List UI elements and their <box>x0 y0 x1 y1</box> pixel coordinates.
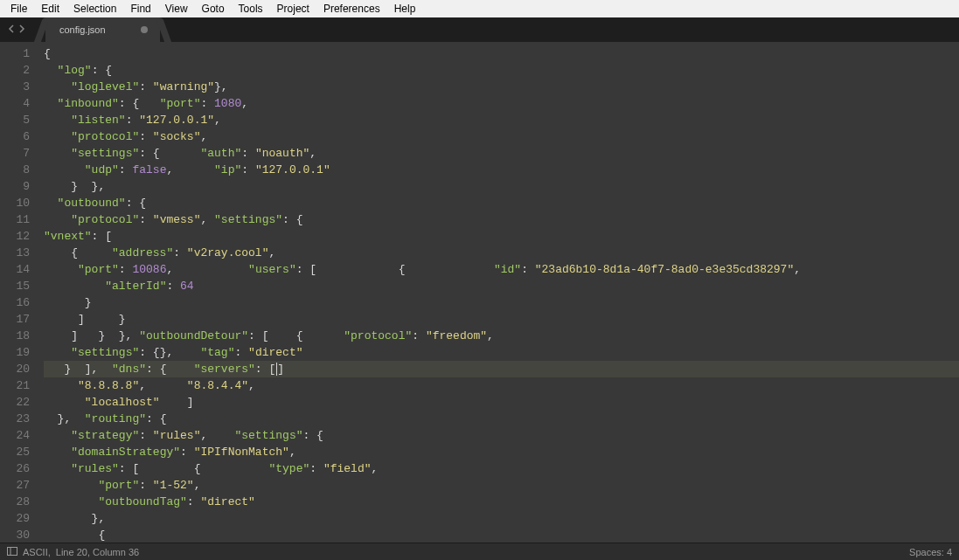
line-number: 16 <box>0 294 30 311</box>
nav-back-icon[interactable] <box>7 24 16 37</box>
line-number: 14 <box>0 261 30 278</box>
menu-selection[interactable]: Selection <box>66 1 123 17</box>
line-number: 1 <box>0 45 30 62</box>
menu-help[interactable]: Help <box>387 1 423 17</box>
code-line[interactable]: }, <box>44 510 959 527</box>
code-line[interactable]: "rules": [ { "type": "field", <box>44 460 959 477</box>
code-line[interactable]: "port": 10086, "users": [ { "id": "23ad6… <box>44 261 959 278</box>
status-encoding[interactable]: ASCII, <box>23 547 51 557</box>
code-line[interactable]: "domainStrategy": "IPIfNonMatch", <box>44 444 959 460</box>
menu-goto[interactable]: Goto <box>195 1 232 17</box>
code-line[interactable]: "localhost" ] <box>44 394 959 411</box>
code-line[interactable]: "vnext": [ <box>44 228 959 245</box>
nav-forward-icon[interactable] <box>17 24 26 37</box>
line-number: 27 <box>0 477 30 494</box>
menu-preferences[interactable]: Preferences <box>316 1 387 17</box>
tab-dirty-icon <box>141 26 148 33</box>
code-line[interactable]: "8.8.8.8", "8.8.4.4", <box>44 377 959 394</box>
code-line[interactable]: "alterId": 64 <box>44 278 959 294</box>
line-number: 8 <box>0 162 30 178</box>
menubar: FileEditSelectionFindViewGotoToolsProjec… <box>0 0 959 17</box>
code-line[interactable]: } ], "dns": { "servers": [] <box>44 361 959 377</box>
nav-arrows <box>0 24 33 37</box>
code-line[interactable]: "protocol": "socks", <box>44 128 959 145</box>
line-number: 9 <box>0 178 30 195</box>
line-number: 12 <box>0 228 30 245</box>
menu-tools[interactable]: Tools <box>232 1 270 17</box>
line-number: 24 <box>0 427 30 444</box>
tab-config-json[interactable]: config.json <box>45 17 160 42</box>
code-line[interactable]: }, "routing": { <box>44 411 959 427</box>
code-line[interactable]: { <box>44 527 959 543</box>
line-number: 5 <box>0 112 30 128</box>
statusbar: ASCII, Line 20, Column 36 Spaces: 4 <box>0 543 959 560</box>
line-number: 18 <box>0 328 30 344</box>
code-line[interactable]: "strategy": "rules", "settings": { <box>44 427 959 444</box>
sidebar-toggle-icon[interactable] <box>7 546 17 558</box>
status-position: Line 20, Column 36 <box>56 547 139 557</box>
line-number: 25 <box>0 444 30 460</box>
code-line[interactable]: "log": { <box>44 62 959 79</box>
code-line[interactable]: ] } <box>44 311 959 328</box>
code-area[interactable]: { "log": { "loglevel": "warning"}, "inbo… <box>38 42 959 543</box>
menu-project[interactable]: Project <box>270 1 316 17</box>
menu-find[interactable]: Find <box>123 1 157 17</box>
line-number: 10 <box>0 195 30 211</box>
toolbar: config.json <box>0 17 959 42</box>
gutter: 1234567891011121314151617181920212223242… <box>0 42 38 543</box>
code-line[interactable]: "inbound": { "port": 1080, <box>44 95 959 112</box>
line-number: 28 <box>0 494 30 510</box>
svg-rect-0 <box>8 547 17 555</box>
line-number: 26 <box>0 460 30 477</box>
line-number: 20 <box>0 361 30 377</box>
line-number: 4 <box>0 95 30 112</box>
code-line[interactable]: "loglevel": "warning"}, <box>44 79 959 95</box>
menu-view[interactable]: View <box>158 1 195 17</box>
code-line[interactable]: "udp": false, "ip": "127.0.0.1" <box>44 162 959 178</box>
line-number: 7 <box>0 145 30 162</box>
editor[interactable]: 1234567891011121314151617181920212223242… <box>0 42 959 543</box>
line-number: 23 <box>0 411 30 427</box>
code-line[interactable]: { <box>44 45 959 62</box>
menu-file[interactable]: File <box>3 1 34 17</box>
code-line[interactable]: "protocol": "vmess", "settings": { <box>44 211 959 228</box>
tab-title: config.json <box>59 24 106 35</box>
code-line[interactable]: "port": "1-52", <box>44 477 959 494</box>
code-line[interactable]: "outboundTag": "direct" <box>44 494 959 510</box>
status-spaces[interactable]: Spaces: 4 <box>909 547 952 557</box>
line-number: 2 <box>0 62 30 79</box>
code-line[interactable]: { "address": "v2ray.cool", <box>44 245 959 261</box>
line-number: 29 <box>0 510 30 527</box>
code-line[interactable]: "settings": { "auth": "noauth", <box>44 145 959 162</box>
line-number: 17 <box>0 311 30 328</box>
line-number: 11 <box>0 211 30 228</box>
line-number: 21 <box>0 377 30 394</box>
line-number: 13 <box>0 245 30 261</box>
line-number: 15 <box>0 278 30 294</box>
line-number: 19 <box>0 344 30 361</box>
line-number: 30 <box>0 527 30 543</box>
menu-edit[interactable]: Edit <box>34 1 66 17</box>
line-number: 3 <box>0 79 30 95</box>
line-number: 6 <box>0 128 30 145</box>
code-line[interactable]: } }, <box>44 178 959 195</box>
code-line[interactable]: "listen": "127.0.0.1", <box>44 112 959 128</box>
code-line[interactable]: "settings": {}, "tag": "direct" <box>44 344 959 361</box>
line-number: 22 <box>0 394 30 411</box>
code-line[interactable]: } <box>44 294 959 311</box>
code-line[interactable]: ] } }, "outboundDetour": [ { "protocol":… <box>44 328 959 344</box>
code-line[interactable]: "outbound": { <box>44 195 959 211</box>
